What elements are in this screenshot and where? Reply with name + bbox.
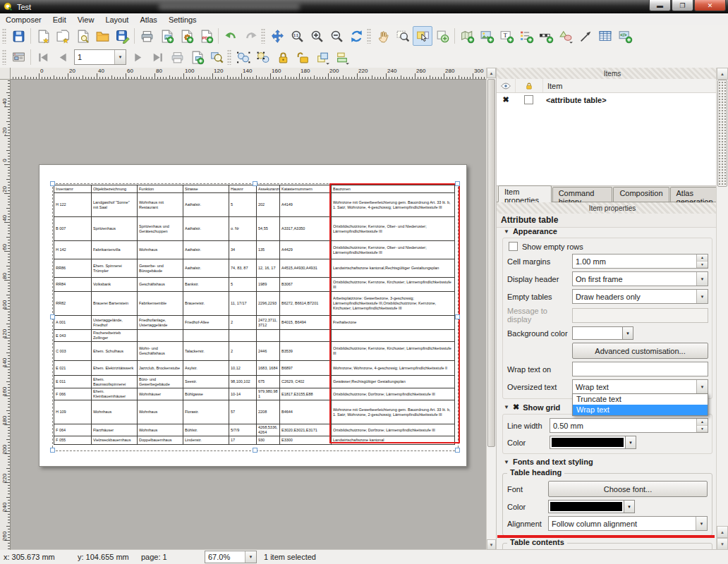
grid-color-swatch[interactable] — [550, 436, 626, 449]
toolbar-button-previous-feature[interactable] — [53, 47, 73, 67]
selection-handle[interactable] — [455, 314, 460, 319]
zoom-level-combobox[interactable]: 67.0% ▼ — [205, 551, 257, 563]
section-fonts[interactable]: ▼ Fonts and text styling — [504, 458, 712, 466]
toolbar-button-ungroup-items[interactable] — [253, 47, 273, 67]
spin-arrows-icon[interactable]: ▲▼ — [696, 255, 708, 268]
selection-handle[interactable] — [455, 181, 460, 186]
menu-composer[interactable]: Composer — [0, 15, 47, 25]
show-empty-rows-checkbox[interactable] — [509, 242, 518, 251]
tab-command-history[interactable]: Command history — [552, 187, 613, 202]
toolbar-button-undo[interactable] — [221, 26, 241, 46]
toolbar-button-export-svg[interactable] — [176, 26, 196, 46]
chevron-down-icon[interactable]: ▼ — [245, 551, 256, 563]
show-grid-checkbox[interactable]: ✖ — [513, 403, 519, 412]
toolbar-button-align-items[interactable] — [332, 47, 352, 67]
toolbar-grip[interactable] — [367, 28, 371, 44]
items-row-attribute-table[interactable]: ✖ <attribute table> — [497, 93, 728, 106]
minimize-button[interactable]: ▬ — [649, 0, 671, 11]
toolbar-grip[interactable] — [2, 28, 6, 44]
toolbar-button-export-atlas[interactable] — [187, 47, 207, 67]
toolbar-button-export-image[interactable] — [157, 26, 176, 46]
toolbar-button-save-as-template[interactable] — [112, 26, 132, 46]
heading-choose-font-button[interactable]: Choose font... — [548, 481, 708, 497]
dropdown-option[interactable]: Wrap text — [573, 405, 708, 415]
menu-settings[interactable]: Settings — [163, 15, 202, 25]
toolbar-button-move-item-content[interactable] — [432, 26, 452, 46]
toolbar-button-first-feature[interactable] — [33, 47, 53, 67]
toolbar-button-add-html[interactable]: </> — [615, 26, 635, 46]
toolbar-button-unlock-items[interactable] — [293, 47, 313, 67]
cell-margins-spinbox[interactable]: 1.00 mm ▲▼ — [572, 254, 708, 269]
toolbar-grip[interactable] — [2, 49, 6, 65]
toolbar-button-load-from-template[interactable] — [92, 26, 112, 46]
toolbar-button-preview-atlas[interactable] — [8, 47, 28, 67]
chevron-down-icon[interactable]: ▼ — [696, 380, 708, 393]
chevron-down-icon[interactable]: ▼ — [626, 436, 636, 449]
toolbar-grip[interactable] — [227, 49, 231, 65]
toolbar-button-zoom-actual[interactable]: 1:1 — [287, 26, 307, 46]
toolbar-button-new-composition[interactable]: ★ — [33, 26, 53, 46]
toolbar-button-zoom-in[interactable] — [307, 26, 327, 46]
chevron-down-icon[interactable]: ▼ — [696, 517, 707, 530]
attribute-table-item[interactable]: InventarnrObjektbezeichnungFunktionStras… — [53, 184, 458, 450]
toolbar-button-add-scalebar[interactable] — [536, 26, 556, 46]
toolbar-button-zoom-region[interactable] — [393, 26, 413, 46]
atlas-feature-combobox[interactable]: 1▼ — [74, 49, 126, 65]
chevron-down-icon[interactable]: ▼ — [114, 50, 126, 64]
scroll-down-icon[interactable]: ▼ — [717, 538, 728, 550]
chevron-down-icon[interactable]: ▼ — [696, 290, 708, 303]
selection-handle[interactable] — [455, 448, 460, 453]
heading-alignment-combobox[interactable]: Follow column alignment ▼ — [548, 516, 708, 531]
canvas-scroll-thumb[interactable] — [487, 79, 495, 447]
scroll-down-icon[interactable]: ▼ — [487, 539, 496, 550]
selection-handle[interactable] — [253, 448, 257, 453]
background-color-swatch[interactable] — [572, 326, 623, 340]
toolbar-button-atlas-settings[interactable] — [207, 47, 226, 67]
menu-edit[interactable]: Edit — [47, 15, 72, 25]
spin-arrows-icon[interactable]: ▲▼ — [696, 419, 708, 432]
properties-scroll-thumb[interactable] — [717, 80, 727, 187]
composition-page[interactable]: InventarnrObjektbezeichnungFunktionStras… — [39, 164, 467, 467]
section-appearance[interactable]: ▼ Appearance — [504, 228, 712, 235]
toolbar-button-refresh[interactable] — [346, 26, 366, 46]
scroll-up-icon[interactable]: ▲ — [717, 68, 728, 80]
canvas-viewport[interactable]: InventarnrObjektbezeichnungFunktionStras… — [10, 79, 487, 550]
toolbar-button-lock-items[interactable] — [273, 47, 293, 67]
toolbar-button-add-shape[interactable] — [556, 26, 576, 46]
oversized-text-combobox[interactable]: Wrap text ▼ — [572, 379, 708, 394]
canvas-vertical-scrollbar[interactable]: ▲ ▼ — [486, 68, 496, 550]
toolbar-button-add-label[interactable]: T — [497, 26, 516, 46]
selection-handle[interactable] — [50, 181, 55, 186]
chevron-down-icon[interactable]: ▼ — [624, 500, 635, 513]
toolbar-button-add-map[interactable] — [457, 26, 477, 46]
toolbar-button-duplicate-composition[interactable]: ★ — [53, 26, 73, 46]
line-width-spinbox[interactable]: 0.50 mm ▲▼ — [550, 418, 708, 433]
item-lock-checkbox[interactable] — [524, 95, 533, 104]
close-button[interactable]: ✕ — [694, 0, 726, 11]
toolbar-button-add-legend[interactable] — [516, 26, 536, 46]
toolbar-button-pan[interactable] — [373, 26, 393, 46]
selection-handle[interactable] — [50, 314, 55, 319]
chevron-down-icon[interactable]: ▼ — [696, 272, 708, 286]
toolbar-button-zoom-full[interactable] — [267, 26, 287, 46]
toolbar-button-zoom-out[interactable] — [327, 26, 346, 46]
toolbar-button-print[interactable] — [137, 26, 157, 46]
composition-canvas[interactable]: 0204060801001201401601802002202402602803… — [0, 68, 496, 550]
wrap-text-on-input[interactable] — [572, 362, 708, 376]
toolbar-button-select-move-item[interactable] — [413, 26, 432, 46]
tab-item-properties[interactable]: Item properties — [498, 185, 552, 202]
item-visible-checkbox[interactable]: ✖ — [497, 95, 515, 104]
display-header-combobox[interactable]: On first frame ▼ — [572, 271, 708, 286]
selection-handle[interactable] — [50, 448, 55, 453]
toolbar-button-raise-items[interactable] — [313, 47, 332, 67]
toolbar-button-redo[interactable] — [241, 26, 260, 46]
toolbar-button-save-project[interactable] — [8, 26, 28, 46]
tab-composition[interactable]: Composition — [613, 187, 669, 202]
maximize-button[interactable]: ❐ — [672, 0, 693, 11]
toolbar-button-next-feature[interactable] — [128, 47, 147, 67]
empty-tables-combobox[interactable]: Draw headers only ▼ — [572, 289, 708, 304]
advanced-customisation-button[interactable]: Advanced customisation... — [572, 343, 708, 359]
toolbar-button-add-arrow[interactable] — [576, 26, 595, 46]
heading-color-swatch[interactable] — [548, 500, 624, 513]
selection-handle[interactable] — [253, 181, 257, 186]
